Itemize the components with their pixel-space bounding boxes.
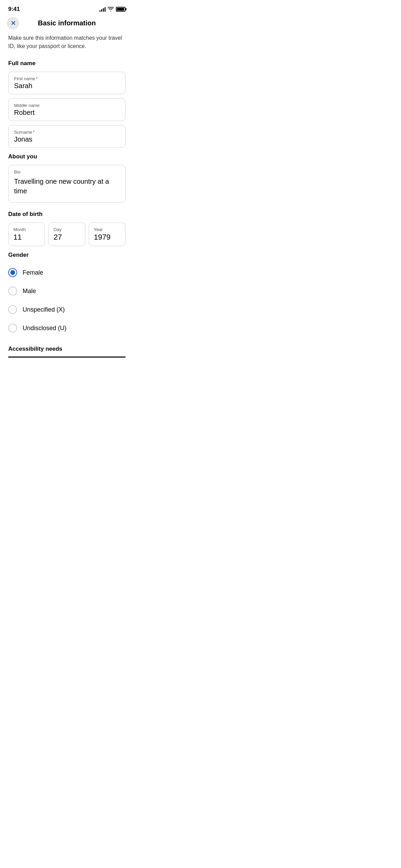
first-name-required: *	[36, 76, 37, 81]
gender-unspecified-option[interactable]: Unspecified (X)	[8, 300, 125, 319]
surname-field[interactable]: Surname * Jonas	[8, 125, 125, 148]
wifi-icon	[108, 7, 114, 12]
gender-female-radio[interactable]	[8, 268, 17, 277]
page-title: Basic information	[38, 19, 96, 27]
gender-section: Gender Female Male Unspecified (X) Undis…	[8, 252, 125, 337]
dob-month-label: Month	[13, 227, 40, 232]
accessibility-label: Accessibility needs	[8, 346, 125, 352]
dob-label: Date of birth	[8, 211, 125, 218]
dob-row: Month 11 Day 27 Year 1979	[8, 222, 125, 246]
gender-label: Gender	[8, 252, 125, 258]
bio-value: Travelling one new country at a time	[14, 177, 120, 196]
gender-male-option[interactable]: Male	[8, 282, 125, 300]
middle-name-value: Robert	[14, 109, 120, 117]
dob-year-value: 1979	[94, 233, 120, 242]
gender-unspecified-radio[interactable]	[8, 305, 17, 314]
dob-day-label: Day	[53, 227, 80, 232]
surname-required: *	[33, 130, 35, 135]
bio-label: Bio	[14, 169, 120, 174]
surname-label: Surname *	[14, 130, 120, 135]
dob-section: Date of birth Month 11 Day 27 Year 1979	[8, 211, 125, 246]
surname-group: Surname * Jonas	[8, 125, 125, 148]
dob-day-field[interactable]: Day 27	[48, 222, 85, 246]
first-name-value: Sarah	[14, 82, 120, 90]
dob-year-label: Year	[94, 227, 120, 232]
gender-male-radio[interactable]	[8, 287, 17, 296]
full-name-section: Full name First name * Sarah Middle name…	[8, 60, 125, 148]
accessibility-section: Accessibility needs	[8, 346, 125, 358]
first-name-group: First name * Sarah	[8, 72, 125, 94]
dob-day-value: 27	[53, 233, 80, 242]
status-bar: 9:41	[0, 0, 134, 16]
gender-male-label: Male	[23, 288, 36, 295]
header: ✕ Basic information	[0, 16, 134, 33]
gender-undisclosed-label: Undisclosed (U)	[23, 325, 66, 332]
first-name-field[interactable]: First name * Sarah	[8, 72, 125, 94]
dob-month-value: 11	[13, 233, 40, 242]
middle-name-field[interactable]: Middle name Robert	[8, 98, 125, 121]
signal-icon	[99, 7, 106, 12]
middle-name-group: Middle name Robert	[8, 98, 125, 121]
gender-undisclosed-radio[interactable]	[8, 324, 17, 333]
status-time: 9:41	[8, 6, 20, 13]
dob-month-field[interactable]: Month 11	[8, 222, 45, 246]
gender-female-option[interactable]: Female	[8, 263, 125, 282]
gender-female-label: Female	[23, 269, 43, 276]
middle-name-label: Middle name	[14, 103, 120, 108]
first-name-label: First name *	[14, 76, 120, 81]
battery-icon	[116, 7, 125, 12]
gender-undisclosed-option[interactable]: Undisclosed (U)	[8, 319, 125, 337]
about-you-section: About you Bio Travelling one new country…	[8, 153, 125, 203]
close-icon: ✕	[11, 20, 16, 26]
dob-year-field[interactable]: Year 1979	[89, 222, 125, 246]
gender-female-radio-inner	[10, 270, 15, 275]
bio-field[interactable]: Bio Travelling one new country at a time	[8, 165, 125, 203]
full-name-label: Full name	[8, 60, 125, 67]
close-button[interactable]: ✕	[7, 17, 19, 29]
content: Make sure this information matches your …	[0, 33, 134, 371]
status-icons	[99, 7, 125, 12]
surname-value: Jonas	[14, 135, 120, 143]
gender-unspecified-label: Unspecified (X)	[23, 306, 65, 313]
about-you-label: About you	[8, 153, 125, 160]
subtitle-text: Make sure this information matches your …	[8, 34, 125, 50]
